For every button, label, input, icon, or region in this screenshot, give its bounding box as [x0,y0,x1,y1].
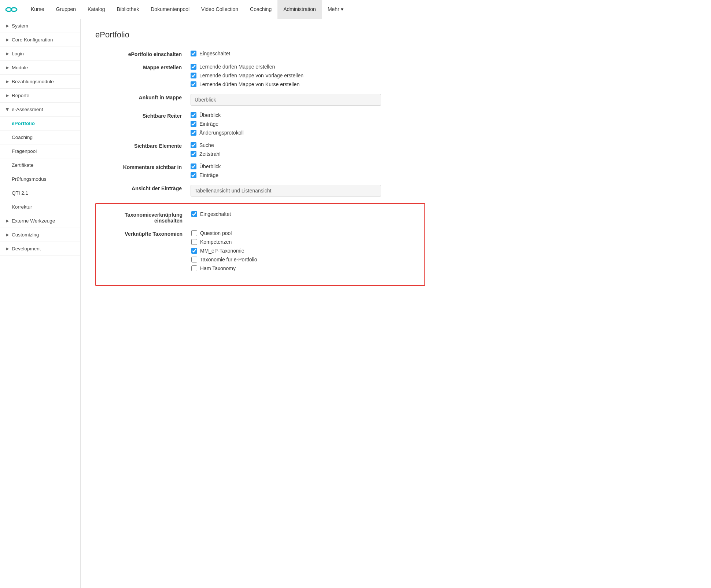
checkbox-reiter-ueberblick[interactable]: Überblick [191,112,425,118]
label-ankunft: Ankunft in Mappe [95,94,191,100]
chevron-right-icon: ▶ [6,65,9,70]
sidebar-item-coaching[interactable]: Coaching [0,131,80,144]
nav-dokumentenpool[interactable]: Dokumentenpool [145,0,195,19]
sidebar: ▶ System ▶ Core Konfiguration ▶ Login ▶ … [0,19,81,588]
checkbox-mappe-erstellen-1[interactable]: Lernende dürfen Mappe erstellen [191,64,425,70]
select-ansicht[interactable]: Tabellenansicht und Listenansicht [191,185,381,196]
nav-coaching[interactable]: Coaching [244,0,277,19]
label-sichtbare-reiter: Sichtbare Reiter [95,112,191,119]
form-row-sichtbare-elemente: Sichtbare Elemente Suche Zeitstrahl [95,142,425,157]
checkbox-mappe-input-3[interactable] [191,81,196,87]
eportfolio-form: ePortfolio einschalten Eingeschaltet Map… [95,51,425,286]
chevron-right-icon: ▶ [6,232,9,237]
checkbox-reiter-input-1[interactable] [191,112,196,118]
checkbox-mappe-input-1[interactable] [191,64,196,70]
app-logo[interactable] [4,2,19,17]
label-taxonomie-einschalten: Taxonomieverknüpfung einschalten [96,211,191,224]
nav-video-collection[interactable]: Video Collection [195,0,244,19]
controls-einschalten: Eingeschaltet [191,51,425,56]
form-row-sichtbare-reiter: Sichtbare Reiter Überblick Einträge Ände… [95,112,425,136]
sidebar-item-customizing[interactable]: ▶ Customizing [0,228,80,242]
checkbox-kompetenzen-input[interactable] [191,239,197,245]
checkbox-ham-taxonomy[interactable]: Ham Taxonomy [191,265,424,271]
checkbox-zeitstrahl-input[interactable] [191,151,196,157]
checkbox-taxonomie-eingeschaltet[interactable]: Eingeschaltet [191,211,424,217]
checkbox-taxonomie-eportfolio[interactable]: Taxonomie für e-Portfolio [191,257,424,262]
nav-kurse[interactable]: Kurse [25,0,50,19]
form-row-taxonomie-einschalten: Taxonomieverknüpfung einschalten Eingesc… [96,211,424,224]
controls-sichtbare-reiter: Überblick Einträge Änderungsprotokoll [191,112,425,136]
controls-ankunft: Überblick [191,94,425,106]
checkbox-suche[interactable]: Suche [191,142,425,148]
controls-kommentare: Überblick Einträge [191,163,425,178]
sidebar-item-login[interactable]: ▶ Login [0,47,80,61]
chevron-right-icon: ▶ [6,79,9,84]
page-title: ePortfolio [95,30,696,40]
checkbox-taxonomie-input[interactable] [191,211,197,217]
chevron-right-icon: ▶ [6,37,9,42]
label-verknuepfte-taxonomien: Verknüpfte Taxonomien [96,230,191,237]
form-row-verknuepfte-taxonomien: Verknüpfte Taxonomien Question pool Komp… [96,230,424,271]
sidebar-item-pruefungsmodus[interactable]: Prüfungsmodus [0,172,80,186]
checkbox-mappe-erstellen-2[interactable]: Lernende dürfen Mappe von Vorlage erstel… [191,73,425,78]
chevron-right-icon: ▶ [6,51,9,56]
form-row-kommentare: Kommentare sichtbar in Überblick Einträg… [95,163,425,178]
checkbox-question-pool[interactable]: Question pool [191,230,424,236]
nav-administration[interactable]: Administration [277,0,322,19]
sidebar-item-system[interactable]: ▶ System [0,19,80,33]
chevron-right-icon: ▶ [6,246,9,251]
checkbox-mm-ep-input[interactable] [191,248,197,254]
checkbox-mm-ep-taxonomie[interactable]: MM_eP-Taxonomie [191,248,424,254]
form-row-mappe-erstellen: Mappe erstellen Lernende dürfen Mappe er… [95,64,425,87]
checkbox-suche-input[interactable] [191,142,196,148]
checkbox-zeitstrahl[interactable]: Zeitstrahl [191,151,425,157]
label-ansicht-eintraege: Ansicht der Einträge [95,185,191,191]
label-kommentare: Kommentare sichtbar in [95,163,191,170]
checkbox-reiter-aenderung[interactable]: Änderungsprotokoll [191,130,425,136]
sidebar-item-bezahlung[interactable]: ▶ Bezahlungsmodule [0,75,80,89]
checkbox-mappe-erstellen-3[interactable]: Lernende dürfen Mappe von Kurse erstelle… [191,81,425,87]
form-row-einschalten: ePortfolio einschalten Eingeschaltet [95,51,425,57]
sidebar-item-fragenpool[interactable]: Fragenpool [0,144,80,158]
checkbox-reiter-input-2[interactable] [191,121,196,127]
checkbox-reiter-eintraege[interactable]: Einträge [191,121,425,127]
checkbox-kommentare-eintraege[interactable]: Einträge [191,172,425,178]
label-einschalten: ePortfolio einschalten [95,51,191,57]
checkbox-question-pool-input[interactable] [191,230,197,236]
controls-ansicht-eintraege: Tabellenansicht und Listenansicht [191,185,425,196]
nav-mehr[interactable]: Mehr ▾ [322,0,349,19]
chevron-right-icon: ▶ [6,23,9,28]
taxonomy-section: Taxonomieverknüpfung einschalten Eingesc… [95,203,425,286]
checkbox-taxonomie-ep-input[interactable] [191,257,197,262]
checkbox-mappe-input-2[interactable] [191,73,196,78]
nav-katalog[interactable]: Katalog [82,0,111,19]
checkbox-kommentare-input-2[interactable] [191,172,196,178]
sidebar-item-module[interactable]: ▶ Module [0,61,80,75]
checkbox-kommentare-ueberblick[interactable]: Überblick [191,163,425,169]
sidebar-item-externe[interactable]: ▶ Externe Werkzeuge [0,214,80,228]
sidebar-item-core-konfig[interactable]: ▶ Core Konfiguration [0,33,80,47]
label-mappe-erstellen: Mappe erstellen [95,64,191,70]
checkbox-eingeschaltet-input[interactable] [191,51,196,56]
label-sichtbare-elemente: Sichtbare Elemente [95,142,191,149]
sidebar-item-development[interactable]: ▶ Development [0,242,80,256]
sidebar-item-eportfolio[interactable]: ePortfolio [0,117,80,131]
sidebar-item-reporte[interactable]: ▶ Reporte [0,89,80,103]
checkbox-kommentare-input-1[interactable] [191,163,196,169]
chevron-down-icon: ▶ [5,108,10,111]
select-ankunft[interactable]: Überblick [191,94,381,106]
sidebar-item-zertifikate[interactable]: Zertifikate [0,158,80,172]
main-layout: ▶ System ▶ Core Konfiguration ▶ Login ▶ … [0,19,711,588]
top-navigation: Kurse Gruppen Katalog Bibliothek Dokumen… [0,0,711,19]
checkbox-kompetenzen[interactable]: Kompetenzen [191,239,424,245]
sidebar-item-e-assessment[interactable]: ▶ e-Assessment [0,103,80,117]
checkbox-eingeschaltet[interactable]: Eingeschaltet [191,51,425,56]
checkbox-ham-input[interactable] [191,265,197,271]
checkbox-reiter-input-3[interactable] [191,130,196,136]
nav-gruppen[interactable]: Gruppen [50,0,82,19]
nav-bibliothek[interactable]: Bibliothek [111,0,145,19]
sidebar-item-korrektur[interactable]: Korrektur [0,200,80,214]
chevron-right-icon: ▶ [6,218,9,223]
controls-verknuepfte-taxonomien: Question pool Kompetenzen MM_eP-Taxonomi… [191,230,424,271]
sidebar-item-qti[interactable]: QTI 2.1 [0,186,80,200]
